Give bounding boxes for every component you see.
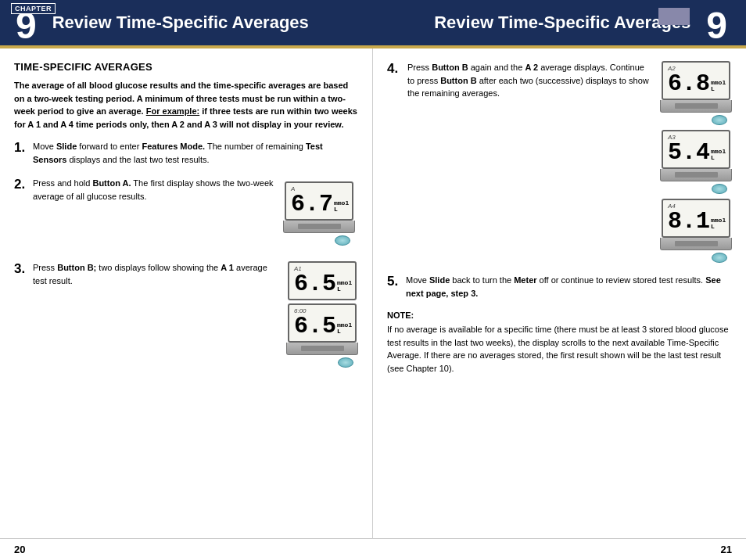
step-1: 1. Move Slide forward to enter Features … <box>14 140 358 166</box>
step-2-text: Press and hold Button A. The first displ… <box>33 177 274 203</box>
step-5-number: 5. <box>387 274 400 289</box>
button-row-step4-2 <box>660 184 732 194</box>
devices-step3: A1 6.5mmolL 6:00 6.5mmolL <box>286 261 358 368</box>
intro-text: The average of all blood glucose results… <box>14 79 358 131</box>
step-4-text: Press Button B again and the A 2 average… <box>407 61 654 263</box>
header-right: Review Time-Specific Averages 9 <box>434 1 733 45</box>
device-body-step2 <box>283 221 355 233</box>
step-3: 3. Press Button B; two displays follow s… <box>14 261 358 368</box>
device-button-step3 <box>338 357 353 368</box>
footer-right-page: 21 <box>721 544 732 555</box>
step-1-number: 1. <box>14 140 27 156</box>
device-step4-1: A2 6.8mmolL <box>660 61 732 125</box>
button-row-step2 <box>283 235 355 246</box>
strip-slot-step4-3 <box>675 241 718 246</box>
note-section: NOTE: If no average is available for a s… <box>387 311 732 375</box>
device-value-step4-3: 8.1mmolL <box>668 210 724 233</box>
step-4-number: 4. <box>387 61 400 77</box>
step-2: 2. Press and hold Button A. The first di… <box>14 177 358 250</box>
step-1-text: Move Slide forward to enter Features Mod… <box>33 140 358 166</box>
device-step3-2: 6:00 6.5mmolL <box>286 303 358 368</box>
main-content: TIME-SPECIFIC AVERAGES The average of al… <box>0 48 746 538</box>
device-body-step3 <box>286 343 358 355</box>
devices-step4: A2 6.8mmolL <box>660 61 732 263</box>
button-row-step3 <box>286 357 358 368</box>
device-step2: A 6.7mmolL <box>283 181 355 246</box>
header-title-right: Review Time-Specific Averages <box>434 13 690 33</box>
device-value-step2: 6.7mmolL <box>291 192 347 216</box>
page-header: CHAPTER 9 Review Time-Specific Averages … <box>0 0 746 45</box>
device-button-step4-1 <box>712 115 727 125</box>
device-value-step3-2: 6.5mmolL <box>294 314 350 338</box>
footer-left-page: 20 <box>14 544 25 555</box>
step-3-text: Press Button B; two displays follow show… <box>33 261 280 287</box>
device-screen-step2: A 6.7mmolL <box>285 181 353 221</box>
header-title-left: Review Time-Specific Averages <box>52 13 309 33</box>
button-row-step4-3 <box>660 253 732 263</box>
device-button-step2 <box>335 235 350 246</box>
left-column: TIME-SPECIFIC AVERAGES The average of al… <box>0 48 373 538</box>
strip-slot-step4-1 <box>675 103 718 109</box>
device-step3-1: A1 6.5mmolL <box>286 261 358 300</box>
right-column: 4. Press Button B again and the A 2 aver… <box>373 48 746 538</box>
device-button-step4-2 <box>712 184 727 194</box>
device-body-step4-1 <box>660 100 732 113</box>
header-left: CHAPTER 9 Review Time-Specific Averages <box>13 1 309 45</box>
page-footer: 20 21 <box>0 538 746 560</box>
device-body-step4-3 <box>660 238 732 250</box>
device-value-step3-1: 6.5mmolL <box>294 272 350 296</box>
device-screen-step4-3: A4 8.1mmolL <box>662 199 730 238</box>
device-step4-2: A3 5.4mmolL <box>660 130 732 194</box>
note-text: If no average is available for a specifi… <box>387 323 732 375</box>
device-screen-step4-1: A2 6.8mmolL <box>662 61 730 100</box>
device-value-step4-2: 5.4mmolL <box>668 141 724 164</box>
device-screen-step3-1: A1 6.5mmolL <box>288 261 357 300</box>
device-step4-3: A4 8.1mmolL <box>660 199 732 263</box>
step-5-text: Move Slide back to turn the Meter off or… <box>406 274 732 300</box>
device-screen-step3-2: 6:00 6.5mmolL <box>288 303 357 343</box>
header-color-block <box>658 8 690 25</box>
device-value-step4-1: 6.8mmolL <box>668 72 724 95</box>
step-4: 4. Press Button B again and the A 2 aver… <box>387 61 732 263</box>
step-2-number: 2. <box>14 177 27 192</box>
strip-slot-step3 <box>301 346 344 351</box>
device-body-step4-2 <box>660 169 732 181</box>
chapter-label: CHAPTER <box>11 3 56 14</box>
strip-slot-step2 <box>298 224 341 229</box>
strip-slot-step4-2 <box>675 172 718 178</box>
device-button-step4-3 <box>712 253 727 263</box>
step-5: 5. Move Slide back to turn the Meter off… <box>387 274 732 300</box>
chapter-number-right: 9 <box>706 7 727 45</box>
button-row-step4-1 <box>660 115 732 125</box>
note-title: NOTE: <box>387 311 732 320</box>
section-title: TIME-SPECIFIC AVERAGES <box>14 61 358 73</box>
step-3-number: 3. <box>14 261 27 277</box>
device-screen-step4-2: A3 5.4mmolL <box>662 130 730 169</box>
